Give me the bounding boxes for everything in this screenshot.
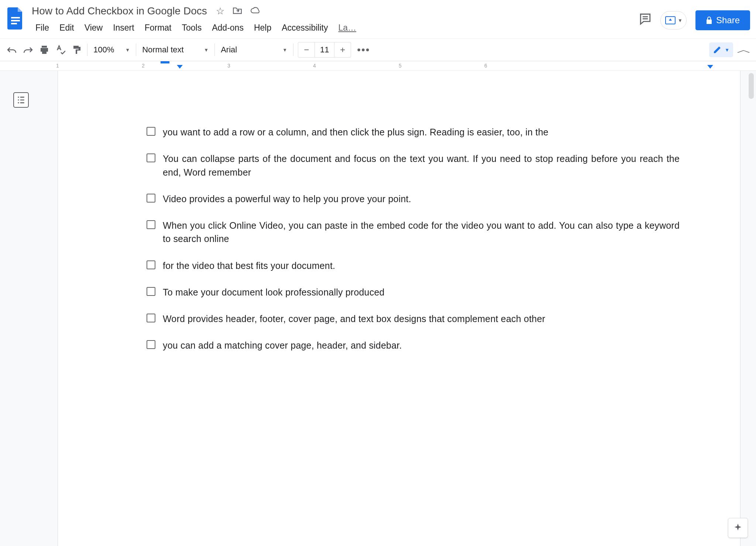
show-outline-button[interactable]	[13, 92, 29, 108]
ruler-number: 3	[227, 63, 230, 69]
menu-format[interactable]: Format	[140, 21, 177, 35]
present-button[interactable]: ▼	[660, 11, 687, 30]
menu-overflow[interactable]: La…	[333, 21, 361, 35]
checklist-text[interactable]: To make your document look professionall…	[163, 286, 385, 299]
separator	[87, 44, 87, 56]
checklist-text[interactable]: Word provides header, footer, cover page…	[163, 312, 545, 325]
ruler-number: 1	[56, 63, 59, 69]
style-value: Normal text	[142, 45, 183, 55]
checklist-item[interactable]: Word provides header, footer, cover page…	[147, 312, 703, 325]
checklist-text[interactable]: When you click Online Video, you can pas…	[163, 219, 680, 246]
paragraph-style-select[interactable]: Normal text ▼	[138, 45, 212, 55]
hide-menus-button[interactable]: ︿	[737, 43, 751, 57]
horizontal-ruler[interactable]: 1 2 3 4 5 6	[0, 61, 756, 71]
checkbox-icon[interactable]	[147, 287, 155, 296]
right-indent-marker[interactable]	[707, 65, 713, 69]
zoom-value: 100%	[93, 45, 114, 55]
zoom-select[interactable]: 100% ▼	[90, 45, 134, 55]
checklist-item[interactable]: you can add a matching cover page, heade…	[147, 339, 703, 352]
checklist-item[interactable]: you want to add a row or a column, and t…	[147, 125, 703, 139]
font-size-input[interactable]: 11	[315, 42, 334, 57]
checkbox-icon[interactable]	[147, 127, 155, 136]
checklist-text[interactable]: you can add a matching cover page, heade…	[163, 339, 402, 352]
font-value: Arial	[221, 45, 237, 55]
checklist-item[interactable]: You can collapse parts of the document a…	[147, 152, 703, 179]
print-button[interactable]	[36, 42, 52, 58]
menu-help[interactable]: Help	[249, 21, 276, 35]
ruler-number: 6	[484, 63, 487, 69]
vertical-scrollbar-thumb[interactable]	[749, 73, 754, 99]
checkbox-icon[interactable]	[147, 260, 155, 269]
checkbox-icon[interactable]	[147, 194, 155, 203]
menu-edit[interactable]: Edit	[54, 21, 79, 35]
menu-view[interactable]: View	[79, 21, 108, 35]
first-line-indent-marker[interactable]	[161, 61, 169, 63]
editing-mode-button[interactable]: ▼	[709, 42, 733, 57]
checklist-item[interactable]: for the video that best fits your docume…	[147, 259, 703, 272]
menu-tools[interactable]: Tools	[177, 21, 207, 35]
checklist-item[interactable]: When you click Online Video, you can pas…	[147, 219, 703, 246]
app-header: How to Add Checkbox in Google Docs ☆ Fil…	[0, 0, 756, 38]
checkbox-icon[interactable]	[147, 153, 155, 162]
chevron-down-icon: ▼	[725, 47, 729, 53]
comments-icon[interactable]	[639, 13, 652, 28]
checklist: you want to add a row or a column, and t…	[147, 125, 703, 352]
document-canvas: you want to add a row or a column, and t…	[0, 71, 756, 546]
checklist-text[interactable]: Video provides a powerful way to help yo…	[163, 192, 411, 205]
menu-accessibility[interactable]: Accessibility	[276, 21, 333, 35]
document-page[interactable]: you want to add a row or a column, and t…	[58, 71, 740, 546]
ruler-number: 5	[399, 63, 402, 69]
more-toolbar-button[interactable]: •••	[357, 44, 370, 56]
checklist-item[interactable]: To make your document look professionall…	[147, 286, 703, 299]
redo-button[interactable]	[20, 42, 36, 58]
chevron-down-icon: ▼	[204, 47, 209, 53]
docs-logo[interactable]	[4, 4, 27, 33]
lock-icon	[706, 16, 712, 24]
checkbox-icon[interactable]	[147, 340, 155, 349]
pencil-icon	[713, 45, 722, 54]
checklist-text[interactable]: for the video that best fits your docume…	[163, 259, 335, 272]
menu-addons[interactable]: Add-ons	[207, 21, 249, 35]
paint-format-button[interactable]	[69, 42, 85, 58]
move-icon[interactable]	[233, 6, 242, 17]
ruler-number: 2	[142, 63, 145, 69]
toolbar: 100% ▼ Normal text ▼ Arial ▼ − 11 + ••• …	[0, 38, 756, 61]
checklist-item[interactable]: Video provides a powerful way to help yo…	[147, 192, 703, 205]
document-title[interactable]: How to Add Checkbox in Google Docs	[30, 4, 209, 18]
share-button[interactable]: Share	[695, 10, 750, 30]
separator	[293, 44, 293, 56]
checkbox-icon[interactable]	[147, 314, 155, 322]
spellcheck-button[interactable]	[52, 42, 69, 58]
menu-bar: File Edit View Insert Format Tools Add-o…	[30, 21, 361, 35]
decrease-font-button[interactable]: −	[298, 42, 315, 57]
undo-button[interactable]	[4, 42, 20, 58]
chevron-down-icon: ▼	[678, 18, 683, 23]
star-icon[interactable]: ☆	[216, 6, 224, 17]
checklist-text[interactable]: You can collapse parts of the document a…	[163, 152, 680, 179]
checkbox-icon[interactable]	[147, 220, 155, 229]
menu-file[interactable]: File	[30, 21, 54, 35]
font-size-group: − 11 +	[298, 42, 351, 58]
menu-insert[interactable]: Insert	[108, 21, 140, 35]
checklist-text[interactable]: you want to add a row or a column, and t…	[163, 125, 549, 139]
font-select[interactable]: Arial ▼	[217, 45, 291, 55]
separator	[136, 44, 136, 56]
increase-font-button[interactable]: +	[334, 42, 351, 57]
left-indent-marker[interactable]	[177, 65, 183, 69]
chevron-down-icon: ▼	[125, 47, 130, 53]
title-area: How to Add Checkbox in Google Docs ☆ Fil…	[30, 4, 361, 35]
explore-button[interactable]	[728, 518, 748, 538]
cloud-status-icon[interactable]	[250, 6, 261, 17]
share-label: Share	[716, 15, 740, 25]
separator	[214, 44, 215, 56]
ruler-number: 4	[313, 63, 316, 69]
chevron-down-icon: ▼	[282, 47, 287, 53]
